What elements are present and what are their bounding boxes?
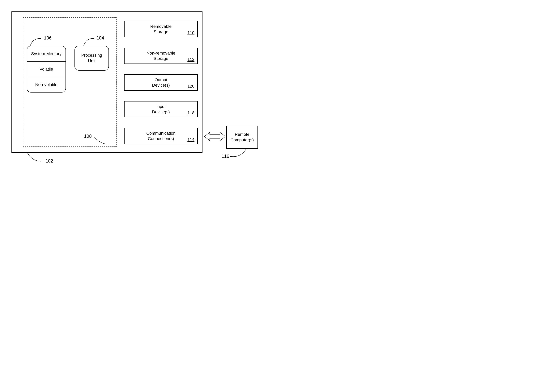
- ref-112: 112: [187, 57, 194, 62]
- ref-110: 110: [187, 30, 194, 36]
- comm-connections-box: Communication Connection(s) 114: [124, 128, 198, 144]
- ref-114: 114: [187, 137, 194, 142]
- ref-118: 118: [187, 110, 194, 116]
- ref-120: 120: [187, 84, 194, 89]
- input-devices-label: Input Device(s): [152, 104, 170, 114]
- volatile-label: Volatile: [27, 61, 66, 77]
- input-devices-box: Input Device(s) 118: [124, 101, 198, 117]
- remote-computers-label: Remote Computer(s): [230, 132, 254, 143]
- processing-unit-label: Processing Unit: [81, 53, 102, 64]
- nonremovable-storage-label: Non-removable Storage: [147, 51, 175, 61]
- system-memory-title: System Memory: [27, 46, 66, 61]
- diagram-canvas: System Memory Volatile Non-volatile Proc…: [8, 8, 279, 179]
- ref-102: 102: [45, 158, 53, 164]
- comm-connections-label: Communication Connection(s): [146, 131, 176, 141]
- callout-arc-106: [28, 36, 43, 46]
- callout-arc-116: [229, 149, 248, 159]
- output-devices-label: Output Device(s): [152, 77, 170, 88]
- callout-arc-108: [92, 135, 111, 145]
- ref-104: 104: [96, 35, 104, 41]
- remote-computers-box: Remote Computer(s): [226, 126, 258, 149]
- nonvolatile-label: Non-volatile: [27, 77, 66, 92]
- processing-unit-box: Processing Unit: [75, 46, 109, 70]
- double-arrow-icon: [204, 131, 225, 142]
- output-devices-box: Output Device(s) 120: [124, 75, 198, 91]
- ref-116: 116: [222, 154, 229, 159]
- callout-arc-102: [26, 153, 45, 163]
- callout-arc-104: [82, 36, 96, 46]
- ref-106: 106: [44, 35, 52, 41]
- nonremovable-storage-box: Non-removable Storage 112: [124, 48, 198, 64]
- svg-marker-0: [204, 132, 225, 140]
- system-memory-box: System Memory Volatile Non-volatile: [27, 46, 66, 93]
- removable-storage-label: Removable Storage: [150, 24, 172, 34]
- ref-108: 108: [84, 134, 92, 139]
- right-column: Removable Storage 110 Non-removable Stor…: [124, 21, 198, 144]
- removable-storage-box: Removable Storage 110: [124, 21, 198, 37]
